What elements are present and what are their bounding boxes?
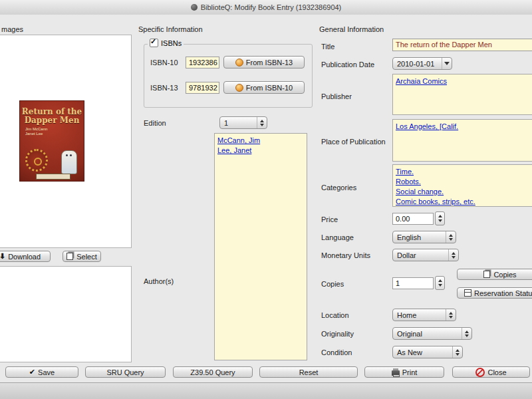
language-label: Language [321,233,354,241]
authors-list[interactable]: McCann, Jim Lee, Janet [214,133,307,360]
print-button-label: Print [402,368,418,376]
monetary-units-dropdown[interactable]: Dollar [392,249,459,261]
close-prohibit-icon [475,368,485,377]
condition-value: As New [393,348,452,356]
general-information-label: General Information [319,25,384,33]
edition-spinner[interactable]: 1 [219,116,267,129]
close-button[interactable]: Close [452,366,530,378]
title-label: Title [321,43,334,51]
price-stepper[interactable] [435,211,445,225]
location-value: Home [393,311,446,319]
save-button[interactable]: ✔ Save [5,366,78,378]
originality-label: Originality [321,330,354,338]
cover-title-line2: Dapper Men [20,116,84,125]
condition-dropdown[interactable]: As New [392,346,463,358]
modify-book-entry-window: BiblioteQ: Modify Book Entry (1932386904… [0,0,532,399]
edition-value: 1 [220,119,257,127]
author-link[interactable]: McCann, Jim [217,136,304,146]
specific-information-label: Specific Information [138,25,203,33]
publisher-link[interactable]: Archaia Comics [396,76,532,86]
isbn10-label: ISBN-10 [150,59,178,66]
cover-robot-art [61,150,77,174]
app-icon [191,4,198,11]
window-bottom-edge [0,382,532,399]
language-dropdown[interactable]: English [392,231,456,243]
z3950-query-label: Z39.50 Query [190,368,235,376]
close-button-label: Close [487,368,506,376]
publication-date-label: Publication Date [321,61,374,68]
originality-dropdown[interactable]: Original [392,327,472,340]
place-of-publication-label: Place of Publication [321,138,386,146]
category-link[interactable]: Comic books, strips, etc. [396,197,532,207]
copies-label: Copies [321,280,344,288]
condition-label: Condition [321,348,352,356]
isbn-convert-icon [235,59,243,66]
title-input[interactable]: The return of the Dapper Men [392,39,532,51]
copies-button[interactable]: Copies [457,269,532,280]
dropdown-arrows-icon[interactable] [446,309,456,321]
author-link[interactable]: Lee, Janet [217,146,304,156]
dropdown-arrows-icon[interactable] [446,231,456,243]
location-dropdown[interactable]: Home [392,309,456,321]
save-check-icon: ✔ [29,368,35,376]
cover-publisher-strip [36,174,70,180]
copies-icon [483,271,490,278]
authors-label: Author(s) [144,277,174,285]
isbn10-input[interactable]: 1932386 [186,57,219,68]
reservation-status-label: Reservation Status [474,289,532,297]
z3950-query-button[interactable]: Z39.50 Query [173,366,253,378]
isbns-checkbox[interactable] [150,39,158,47]
category-link[interactable]: Time. [396,167,532,177]
copies-button-label: Copies [493,271,516,279]
from-isbn13-button[interactable]: From ISBN-13 [223,56,305,68]
download-button-label: Download [8,253,41,261]
dropdown-arrows-icon[interactable] [448,249,458,261]
isbn13-input[interactable]: 9781932 [186,82,219,94]
isbn-convert-icon [235,84,243,92]
dropdown-arrow-icon[interactable] [442,58,452,69]
language-value: English [393,233,446,241]
location-label: Location [321,311,349,319]
spinner-arrows-icon[interactable] [257,117,267,128]
dropdown-arrows-icon[interactable] [452,346,462,358]
isbns-checkbox-label: ISBNs [161,39,182,47]
edition-label: Edition [144,119,166,127]
price-label: Price [321,215,338,223]
reset-button[interactable]: Reset [259,366,358,378]
publisher-box[interactable]: Archaia Comics [392,74,532,115]
isbns-checkbox-row[interactable]: ISBNs [148,39,184,47]
copies-input[interactable]: 1 [392,277,434,289]
reset-button-label: Reset [299,368,319,376]
place-link[interactable]: Los Angeles, [Calif. [396,122,532,132]
print-button[interactable]: Print [364,366,444,378]
cover-author2: Janet Lee [25,132,84,136]
categories-box[interactable]: Time. Robots. Social change. Comic books… [392,164,532,207]
book-cover-image: Return of the Dapper Men Jim McCann Jane… [19,100,84,182]
price-input[interactable]: 0.00 [392,213,434,225]
back-cover-image-area[interactable] [0,266,132,362]
categories-label: Categories [321,184,356,192]
select-cover-button[interactable]: Select [63,251,101,262]
window-title: BiblioteQ: Modify Book Entry (1932386904… [201,3,342,11]
cover-gear-art [25,149,48,172]
sru-query-button[interactable]: SRU Query [85,366,166,378]
isbns-groupbox [144,44,313,108]
window-content: mages Return of the Dapper Men Jim McCan… [0,15,532,399]
copies-stepper[interactable] [435,276,445,290]
publication-date-value: 2010-01-01 [393,60,442,68]
isbn13-label: ISBN-13 [150,84,178,92]
download-cover-button[interactable]: ⬇ Download [0,251,51,262]
category-link[interactable]: Robots. [396,177,532,187]
publication-date-picker[interactable]: 2010-01-01 [392,57,452,70]
print-icon [392,370,400,376]
category-link[interactable]: Social change. [396,187,532,197]
from-isbn10-button[interactable]: From ISBN-10 [223,81,305,94]
reservation-status-button[interactable]: Reservation Status [457,287,532,299]
select-button-label: Select [76,253,97,261]
titlebar[interactable]: BiblioteQ: Modify Book Entry (1932386904… [0,0,532,15]
place-of-publication-box[interactable]: Los Angeles, [Calif. [392,119,532,162]
dropdown-arrows-icon[interactable] [462,328,471,339]
front-cover-image-area[interactable]: Return of the Dapper Men Jim McCann Jane… [0,35,132,248]
images-section-label: mages [1,25,23,33]
reservation-status-icon [464,289,471,297]
